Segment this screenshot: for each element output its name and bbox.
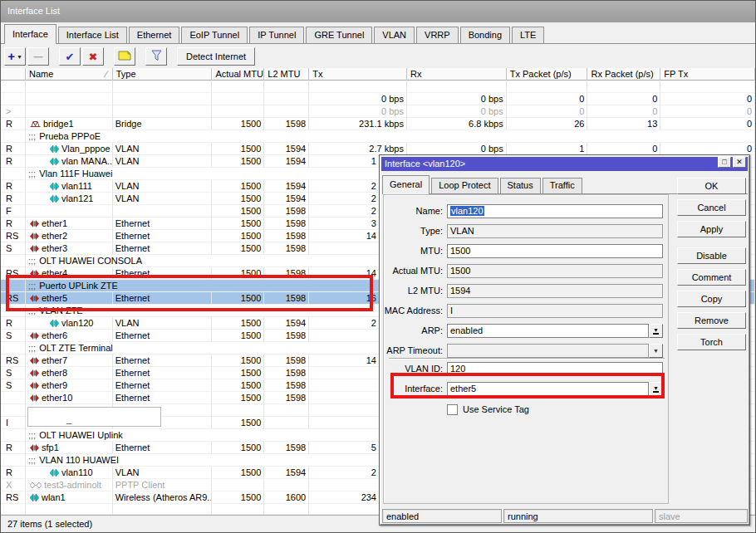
close-icon[interactable]: ✕ bbox=[733, 157, 746, 168]
cell-type: Ethernet bbox=[113, 442, 213, 454]
interface-dropdown-button[interactable]: ▼ bbox=[649, 382, 663, 396]
cell-name: ether5 bbox=[26, 292, 113, 305]
vlan-id-label: VLAN ID: bbox=[384, 364, 443, 374]
comment-prefix: ;;; bbox=[28, 131, 36, 141]
column-header-actual-mtu[interactable]: Actual MTU bbox=[212, 68, 264, 81]
tab-eoip-tunnel[interactable]: EoIP Tunnel bbox=[181, 27, 248, 43]
column-header-label: Name bbox=[29, 69, 53, 81]
dialog-tab-loop-protect[interactable]: Loop Protect bbox=[431, 178, 498, 193]
comment-text: Prueba PPPoE bbox=[39, 131, 101, 141]
ok-button[interactable]: OK bbox=[677, 178, 746, 194]
comment-text: OLT HUAWEI Uplink bbox=[39, 430, 123, 440]
column-header-tx-packet-p-s[interactable]: Tx Packet (p/s) bbox=[507, 68, 588, 81]
table-row[interactable]: 0 bps0 bps000 bbox=[1, 93, 755, 105]
arp-dropdown-button[interactable]: ▼ bbox=[649, 324, 663, 338]
column-header-rx[interactable]: Rx bbox=[407, 68, 507, 81]
ethernet-icon bbox=[30, 293, 39, 305]
interface-input[interactable]: ether5 bbox=[447, 382, 649, 396]
row-flag: S bbox=[1, 367, 26, 379]
cell-actual-mtu: 1500 bbox=[212, 330, 264, 342]
tab-ip-tunnel[interactable]: IP Tunnel bbox=[249, 27, 304, 43]
dialog-tab-traffic[interactable]: Traffic bbox=[542, 178, 582, 193]
name-field-row: Name:vlan120 bbox=[384, 204, 668, 218]
remove-button[interactable]: Remove bbox=[677, 312, 746, 329]
vlan-id-input[interactable]: 120 bbox=[447, 362, 663, 376]
cell-l2-mtu bbox=[264, 105, 309, 118]
enable-button[interactable]: ✔ bbox=[59, 47, 81, 66]
filter-icon bbox=[150, 50, 163, 63]
dialog-tab-status[interactable]: Status bbox=[500, 178, 541, 193]
use-service-tag-label: Use Service Tag bbox=[463, 404, 529, 414]
comment-row[interactable]: ;;;Prueba PPPoE bbox=[1, 130, 755, 143]
row-flag bbox=[1, 255, 26, 267]
column-header-flags[interactable] bbox=[1, 68, 26, 81]
column-header-l2-mtu[interactable]: L2 MTU bbox=[264, 68, 309, 81]
row-flag bbox=[1, 305, 26, 317]
winbox-app: Interface List InterfaceInterface ListEt… bbox=[0, 0, 756, 533]
column-header-label: Actual MTU bbox=[215, 69, 263, 81]
table-row[interactable]: RVlan_pppoeVLAN150015942.7 kbps0 bps100 bbox=[1, 143, 755, 155]
add-button[interactable]: +▼ bbox=[4, 47, 26, 66]
apply-button[interactable]: Apply bbox=[677, 221, 746, 237]
cancel-button[interactable]: Cancel bbox=[677, 199, 746, 216]
cell-rx-packet bbox=[587, 81, 660, 93]
comment-prefix: ;;; bbox=[28, 455, 36, 465]
arp-timeout-input[interactable] bbox=[447, 344, 649, 358]
detect-internet-button[interactable]: Detect Internet bbox=[177, 47, 255, 66]
arp-input[interactable]: enabled bbox=[447, 324, 649, 338]
column-header-type[interactable]: Type bbox=[113, 68, 213, 81]
main-window-titlebar[interactable]: Interface List bbox=[1, 1, 755, 22]
cell-type: Ethernet bbox=[113, 330, 213, 342]
cell-rx: 6.8 kbps bbox=[407, 118, 507, 130]
row-flag bbox=[1, 429, 26, 442]
remove-button[interactable]: — bbox=[27, 47, 49, 66]
tab-bonding[interactable]: Bonding bbox=[460, 27, 510, 43]
tab-interface-list[interactable]: Interface List bbox=[58, 27, 127, 43]
ghost-edit-text: _ bbox=[66, 414, 71, 424]
cell-name: test3-adminolt bbox=[26, 479, 113, 491]
comment-button[interactable]: Comment bbox=[677, 269, 746, 286]
column-header-name[interactable]: Name∕ bbox=[26, 68, 113, 81]
comment-icon bbox=[118, 51, 131, 62]
name-input[interactable]: vlan120 bbox=[447, 204, 663, 218]
dialog-titlebar[interactable]: Interface <vlan120> bbox=[381, 157, 748, 171]
comment-button[interactable] bbox=[114, 47, 135, 66]
table-row[interactable] bbox=[1, 81, 755, 93]
cell-actual-mtu: 1500 bbox=[212, 180, 264, 193]
cell-name: ether10 bbox=[26, 392, 113, 404]
torch-button[interactable]: Torch bbox=[677, 334, 746, 350]
copy-button[interactable]: Copy bbox=[677, 291, 746, 307]
table-header: Name∕TypeActual MTUL2 MTUTxRxTx Packet (… bbox=[1, 68, 755, 81]
actual-mtu-input: 1500 bbox=[447, 264, 663, 278]
cell-tx-packet: 1 bbox=[507, 143, 588, 155]
tab-lte[interactable]: LTE bbox=[512, 27, 544, 43]
column-header-fp-tx[interactable]: FP Tx bbox=[660, 68, 755, 81]
disable-button[interactable]: ✖ bbox=[82, 47, 104, 66]
mtu-input[interactable]: 1500 bbox=[447, 244, 663, 258]
table-row[interactable]: >0 bps0 bps000 bbox=[1, 105, 755, 118]
tab-vrrp[interactable]: VRRP bbox=[416, 27, 459, 43]
use-service-tag-checkbox[interactable] bbox=[447, 404, 458, 415]
tab-interface[interactable]: Interface bbox=[4, 24, 56, 44]
column-header-rx-packet-p-s[interactable]: Rx Packet (p/s) bbox=[587, 68, 660, 81]
cell-l2-mtu bbox=[264, 81, 309, 93]
interface-name: ether8 bbox=[42, 368, 67, 378]
tab-ethernet[interactable]: Ethernet bbox=[129, 27, 180, 43]
comment-prefix: ;;; bbox=[28, 169, 36, 178]
tab-gre-tunnel[interactable]: GRE Tunnel bbox=[306, 27, 372, 43]
disable-button[interactable]: Disable bbox=[677, 247, 746, 264]
dialog-tab-general[interactable]: General bbox=[382, 175, 430, 194]
cell-name: Vlan_pppoe bbox=[26, 143, 113, 155]
cell-type: Ethernet bbox=[113, 379, 213, 392]
comment-prefix: ;;; bbox=[28, 281, 36, 291]
filter-button[interactable] bbox=[145, 47, 167, 66]
interface-name: bridge1 bbox=[43, 119, 74, 129]
arp-timeout-dropdown-button[interactable]: ▼ bbox=[649, 344, 663, 358]
tab-vlan[interactable]: VLAN bbox=[374, 27, 415, 43]
row-flag: F bbox=[1, 205, 26, 218]
cell-l2-mtu: 1594 bbox=[264, 467, 309, 479]
table-row[interactable]: Rbridge1Bridge15001598231.1 kbps6.8 kbps… bbox=[1, 118, 755, 130]
column-header-tx[interactable]: Tx bbox=[309, 68, 407, 81]
maximize-icon[interactable]: □ bbox=[718, 157, 731, 168]
filler-cell bbox=[113, 504, 213, 515]
